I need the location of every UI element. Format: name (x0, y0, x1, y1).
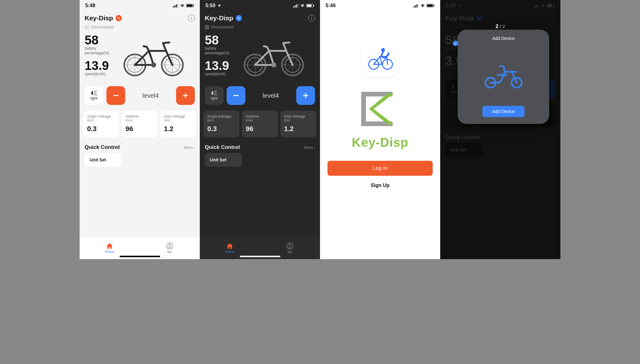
svg-rect-30 (293, 6, 294, 7)
svg-rect-60 (413, 6, 414, 7)
light-label: light (211, 96, 218, 101)
card-title: total mileage (164, 114, 185, 119)
svg-rect-5 (187, 4, 192, 7)
speed-value: 13.9 (85, 59, 109, 72)
svg-rect-6 (193, 5, 194, 7)
card-value: 1.2 (284, 125, 313, 133)
light-label: light (91, 96, 97, 101)
selected-checkmark-icon (453, 41, 458, 46)
tab-home-label: Home (105, 250, 114, 253)
battery-label-1: battery (85, 46, 96, 51)
location-arrow-icon (217, 4, 221, 7)
svg-rect-62 (416, 4, 417, 7)
scooter-icon (482, 56, 525, 91)
bike-illustration (233, 34, 315, 77)
quick-control-title: Quick Control (205, 144, 240, 150)
level-plus-button[interactable] (296, 86, 315, 105)
svg-rect-35 (307, 4, 312, 7)
app-icon (362, 39, 399, 77)
svg-rect-66 (434, 5, 434, 7)
assist-level-label: level4 (249, 92, 293, 99)
device-illustration (463, 48, 544, 98)
battery-label-1: battery (205, 46, 216, 51)
level-plus-button[interactable] (176, 86, 195, 105)
info-icon[interactable]: i (188, 15, 195, 22)
svg-point-51 (271, 62, 276, 67)
status-icons (293, 4, 314, 7)
connection-label: Disconnected (211, 25, 234, 29)
svg-point-21 (151, 62, 156, 67)
screen-dark-home: 5:50 Key-Disp i Disconnected (200, 0, 320, 259)
speed-value: 13.9 (205, 59, 229, 72)
connection-indicator-icon (85, 25, 89, 29)
card-unit: (km) (87, 119, 116, 122)
status-bar: 5:50 (200, 0, 320, 11)
home-icon (106, 243, 113, 249)
home-indicator (240, 256, 280, 257)
card-unit: (km) (207, 119, 236, 122)
chevron-right-icon: › (314, 145, 315, 150)
brand-badge-icon (236, 15, 242, 21)
speed-label: speed(km/h) (85, 72, 109, 76)
card-unit: (km) (284, 119, 313, 122)
add-device-button[interactable]: Add Device (482, 106, 525, 117)
assist-level-label: level4 (128, 92, 173, 99)
status-icons (173, 4, 194, 7)
card-unit: (min) (126, 119, 154, 122)
quick-control-title: Quick Control (85, 144, 120, 150)
level-minus-button[interactable] (227, 86, 245, 105)
card-title: ridetime (126, 114, 139, 119)
level-minus-button[interactable] (106, 86, 125, 105)
svg-point-8 (119, 18, 120, 19)
svg-line-54 (214, 95, 217, 95)
info-icon[interactable]: i (308, 15, 315, 22)
unit-set-card[interactable]: Unit Set (205, 153, 242, 167)
card-value: 0.3 (87, 125, 116, 133)
brand-logo-text: Key-Disp (352, 135, 408, 150)
headlight-icon (91, 91, 97, 96)
app-header: Key-Disp i (80, 11, 200, 24)
battery-label-2: percentage(%) (85, 51, 109, 55)
signup-link[interactable]: Sign Up (371, 183, 389, 188)
signal-icon (173, 4, 179, 7)
svg-rect-0 (173, 6, 174, 7)
svg-rect-1 (175, 5, 175, 7)
quick-control-more[interactable]: More › (304, 145, 315, 150)
total-mileage-card: total mileage(km) 1.2 (160, 111, 196, 137)
brand-title: Key-Disp (205, 14, 233, 22)
status-time: 5:50 (205, 3, 215, 8)
svg-point-37 (238, 17, 239, 18)
card-title: ridetime (246, 114, 259, 119)
quick-control-more[interactable]: More › (184, 145, 195, 150)
battery-value: 58 (205, 34, 229, 46)
unit-set-card[interactable]: Unit Set (85, 153, 122, 167)
plus-icon (182, 92, 189, 99)
speed-label: speed(km/h) (205, 72, 229, 76)
svg-rect-65 (427, 4, 433, 7)
user-icon (166, 243, 173, 249)
card-unit: (km) (164, 119, 192, 122)
svg-point-7 (118, 17, 118, 18)
status-time: 5:46 (326, 3, 336, 8)
screen-add-device: 5:50 Key-Disp Disconn (440, 0, 560, 259)
plus-icon (302, 92, 309, 99)
svg-point-59 (289, 244, 291, 246)
connection-status: Disconnected (80, 24, 200, 32)
tab-me-label: Me (288, 250, 292, 254)
card-title: single mileage (207, 114, 231, 119)
card-title: total mileage (284, 114, 305, 119)
card-title: single mileage (87, 114, 111, 119)
svg-rect-36 (313, 5, 314, 7)
bike-illustration (112, 34, 195, 77)
login-button[interactable]: Log In (327, 161, 433, 176)
tab-me-label: Me (167, 250, 172, 254)
light-toggle-button[interactable]: light (205, 86, 224, 105)
light-toggle-button[interactable]: light (85, 86, 103, 105)
app-header: Key-Disp i (200, 11, 320, 24)
cyclist-icon (366, 46, 394, 71)
connection-label: Disconnected (91, 25, 114, 29)
svg-rect-33 (298, 4, 299, 7)
connection-indicator-icon (205, 25, 209, 29)
wifi-icon (180, 4, 185, 7)
card-value: 96 (126, 125, 154, 133)
